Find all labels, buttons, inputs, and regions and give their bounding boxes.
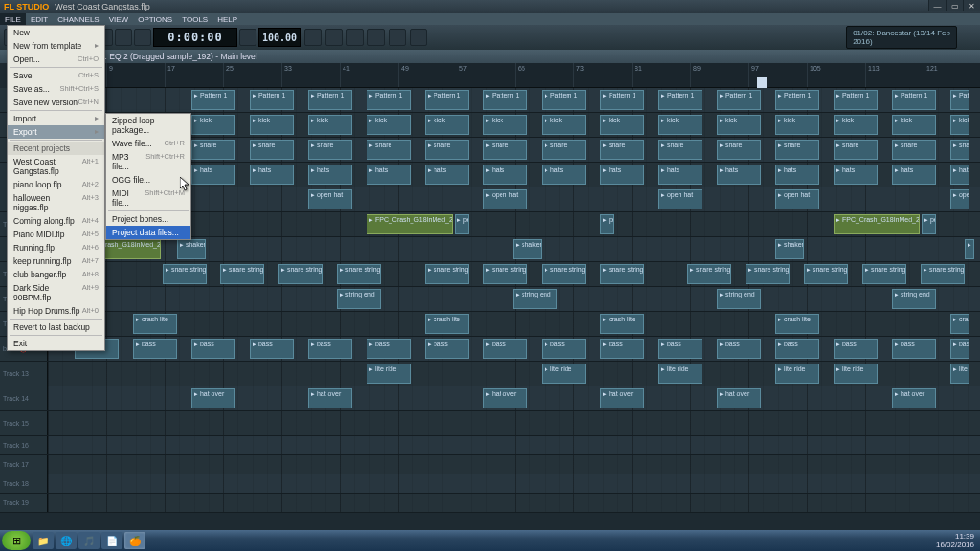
playlist-clip[interactable]: ▸ kick xyxy=(308,115,352,135)
playlist-clip[interactable]: ▸ Pattern 1 xyxy=(834,90,878,110)
minimize-button[interactable]: — xyxy=(928,0,946,11)
playlist-clip[interactable]: ▸ hats xyxy=(308,165,352,185)
playlist-clip[interactable]: ▸ kick xyxy=(367,115,411,135)
playlist-clip[interactable]: ▸ crash lite xyxy=(775,314,819,334)
system-tray[interactable]: 11:39 16/02/2016 xyxy=(936,532,978,549)
menu-item[interactable]: OGG file... xyxy=(106,173,190,187)
playlist-clip[interactable]: ▸ crash lite xyxy=(600,314,644,334)
track-row[interactable]: Track 15 xyxy=(0,411,980,436)
track-header[interactable]: Track 14 xyxy=(0,386,48,410)
playlist-clip[interactable]: ▸ shaker xyxy=(177,239,206,259)
playlist-clip[interactable]: ▸ Pattern 1 xyxy=(950,90,969,110)
menu-item[interactable]: MIDI file...Shift+Ctrl+M xyxy=(106,187,190,209)
menu-item[interactable]: Piano MIDI.flpAlt+5 xyxy=(8,228,104,241)
playlist-clip[interactable]: ▸ kick xyxy=(775,115,819,135)
playlist-clip[interactable]: ▸ open hat xyxy=(658,189,702,209)
menu-tools[interactable]: TOOLS xyxy=(177,13,212,25)
playlist-clip[interactable]: ▸ bass xyxy=(250,339,294,359)
playlist-clip[interactable]: ▸ bass xyxy=(775,339,819,359)
playlist-clip[interactable]: ▸ snare xyxy=(775,140,819,160)
playlist-header[interactable]: Playlist - Param. EQ 2 (Dragged sample_1… xyxy=(0,50,980,63)
menu-view[interactable]: VIEW xyxy=(104,13,133,25)
track-row[interactable]: Track 17 xyxy=(0,455,980,474)
playlist-clip[interactable]: ▸ hats xyxy=(367,165,411,185)
start-button[interactable]: ⊞ xyxy=(2,531,31,550)
playlist-clip[interactable]: ▸ string end xyxy=(892,289,936,309)
tool-button[interactable] xyxy=(346,29,364,46)
menu-item[interactable]: Wave file...Ctrl+R xyxy=(106,137,190,150)
tool-button[interactable] xyxy=(389,29,406,46)
playlist-clip[interactable]: ▸ kick xyxy=(834,115,878,135)
track-row[interactable]: Track 13▸ lite ride▸ lite ride▸ lite rid… xyxy=(0,362,980,386)
playlist-clip[interactable]: ▸ bass xyxy=(133,339,177,359)
playlist-clip[interactable]: ▸ shaker xyxy=(775,239,804,259)
playlist-clip[interactable]: ▸ Pattern 1 xyxy=(191,90,235,110)
timeline-ruler[interactable]: 191725334149576573818997105113121129 xyxy=(48,63,980,88)
playlist-clip[interactable]: ▸ snare xyxy=(308,140,352,160)
menu-item[interactable]: keep running.flpAlt+7 xyxy=(8,254,104,268)
menu-item[interactable]: West Coast Gangstas.flpAlt+1 xyxy=(8,155,104,178)
playlist-clip[interactable]: ▸ snare xyxy=(425,140,469,160)
playlist-clip[interactable]: ▸ Pattern 1 xyxy=(367,90,411,110)
playlist-clip[interactable]: ▸ open hat xyxy=(775,189,819,209)
playlist-clip[interactable]: ▸ open hat xyxy=(483,189,527,209)
track-header[interactable]: Track 16 xyxy=(0,436,48,454)
playlist-clip[interactable]: ▸ snare strings xyxy=(483,264,527,284)
menu-item[interactable]: Exit xyxy=(8,337,104,350)
playlist-clip[interactable]: ▸ FPC_Crash_G18InMed_21 xyxy=(367,214,453,234)
playlist-clip[interactable]: ▸ Pattern 1 xyxy=(717,90,761,110)
playlist-clip[interactable]: ▸ perc xyxy=(600,214,614,234)
playlist-clip[interactable]: ▸ hats xyxy=(658,165,702,185)
playlist-clip[interactable]: ▸ kick xyxy=(542,115,586,135)
menu-item[interactable]: Coming along.flpAlt+4 xyxy=(8,214,104,228)
playlist-clip[interactable]: ▸ snare strings xyxy=(542,264,586,284)
playlist-clip[interactable]: ▸ bass xyxy=(658,339,702,359)
menu-item[interactable]: Save as...Shift+Ctrl+S xyxy=(8,82,104,96)
playlist-clip[interactable]: ▸ snare strings xyxy=(220,264,264,284)
playlist-clip[interactable]: ▸ crash lite xyxy=(133,314,177,334)
playlist-clip[interactable]: ▸ hats xyxy=(717,165,761,185)
playlist-clip[interactable]: ▸ snare strings xyxy=(337,264,381,284)
playlist-clip[interactable]: ▸ snare strings xyxy=(687,264,731,284)
menu-item[interactable]: New from template▸ xyxy=(8,39,104,53)
playlist-clip[interactable]: ▸ snare strings xyxy=(425,264,469,284)
playlist-clip[interactable]: ▸ snare xyxy=(191,140,235,160)
track-row[interactable]: Track 10▸ string end▸ string end▸ string… xyxy=(0,287,980,312)
playlist-clip[interactable]: ▸ bass xyxy=(483,339,527,359)
menu-options[interactable]: OPTIONS xyxy=(133,13,177,25)
playlist-clip[interactable]: ▸ hats xyxy=(250,165,294,185)
menu-item[interactable]: Import▸ xyxy=(8,112,104,125)
playlist-clip[interactable]: ▸ bass xyxy=(892,339,936,359)
track-row[interactable]: ▸ Pattern 1▸ Pattern 1▸ Pattern 1▸ Patte… xyxy=(0,88,980,113)
playlist-clip[interactable]: ▸ bass xyxy=(191,339,235,359)
track-row[interactable]: Track 11▸ crash lite▸ crash lite▸ crash … xyxy=(0,312,980,337)
playlist-clip[interactable]: ▸ hat over xyxy=(717,388,761,408)
playlist-clip[interactable]: ▸ snare strings xyxy=(163,264,207,284)
playlist-clip[interactable]: ▸ crash lite xyxy=(425,314,469,334)
menu-edit[interactable]: EDIT xyxy=(26,13,53,25)
playlist-clip[interactable]: ▸ kick xyxy=(600,115,644,135)
menu-item[interactable]: Save new versionCtrl+N xyxy=(8,96,104,109)
playlist-clip[interactable]: ▸ crash lite xyxy=(950,314,969,334)
time-display[interactable]: 0:00:00 xyxy=(153,28,237,47)
playlist-clip[interactable]: ▸ bass xyxy=(834,339,878,359)
playlist-clip[interactable]: ▸ lite ride xyxy=(658,364,702,384)
menu-file[interactable]: FILE xyxy=(0,13,26,25)
maximize-button[interactable]: ▭ xyxy=(946,0,963,11)
playlist-clip[interactable]: ▸ shaker xyxy=(965,239,974,259)
track-header[interactable]: Track 17 xyxy=(0,455,48,474)
pattern-song-toggle[interactable] xyxy=(239,29,256,46)
playlist-clip[interactable]: ▸ bass xyxy=(367,339,411,359)
playlist-clip[interactable]: ▸ hat over xyxy=(308,388,352,408)
playlist-clip[interactable]: ▸ lite ride xyxy=(834,364,878,384)
menu-item[interactable]: piano loop.flpAlt+2 xyxy=(8,178,104,191)
menu-help[interactable]: HELP xyxy=(212,13,242,25)
playlist-clip[interactable]: ▸ kick xyxy=(191,115,235,135)
taskbar-icon[interactable]: 📁 xyxy=(33,532,54,549)
track-header[interactable]: Track 19 xyxy=(0,494,48,512)
taskbar-icon[interactable]: 🎵 xyxy=(78,532,100,549)
playlist-clip[interactable]: ▸ lite ride xyxy=(367,364,411,384)
playlist-clip[interactable]: ▸ Pattern 1 xyxy=(250,90,294,110)
menu-item[interactable]: SaveCtrl+S xyxy=(8,69,104,82)
playlist-clip[interactable]: ▸ Pattern 1 xyxy=(308,90,352,110)
